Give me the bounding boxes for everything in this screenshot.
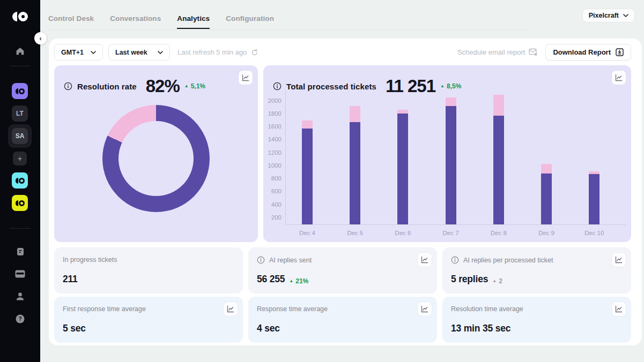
bar-dec-10[interactable]	[589, 171, 599, 224]
stat-label: Resolution time average	[451, 305, 523, 313]
view-chart-button[interactable]	[239, 71, 253, 85]
sidebar-collapse-button[interactable]: ‹	[34, 32, 47, 44]
chevron-down-icon	[91, 51, 96, 54]
bar-dec-4[interactable]	[302, 120, 313, 224]
line-chart-icon	[615, 305, 623, 313]
workspace-tile-purple[interactable]	[12, 83, 28, 99]
stat-label: First response time average	[63, 305, 146, 313]
x-tick-label: Dec 4	[288, 230, 326, 236]
bar-dec-8[interactable]	[493, 95, 504, 224]
info-icon[interactable]	[64, 82, 72, 90]
y-tick-label: 1400	[268, 136, 282, 142]
response-time-card: Response time average 4 sec	[248, 297, 437, 343]
nav-divider	[48, 29, 531, 30]
bar-segment-escalated[interactable]	[446, 97, 456, 106]
workspace-tile-cyan[interactable]	[12, 172, 28, 188]
line-chart-icon	[421, 256, 428, 263]
view-chart-button[interactable]	[418, 253, 432, 267]
plus-icon: +	[18, 154, 22, 163]
tab-analytics[interactable]: Analytics	[177, 14, 210, 29]
billing-card-icon[interactable]	[0, 270, 40, 278]
bar-segment-resolved[interactable]	[302, 129, 313, 224]
bar-segment-resolved[interactable]	[350, 122, 360, 224]
resolution-donut-chart[interactable]	[102, 105, 210, 212]
first-response-card: First response time average 5 sec	[54, 297, 243, 343]
ai-replies-card: AI replies sent 56 255 ▲21%	[248, 247, 437, 293]
bar-chart-y-axis: 200400600800100012001400160018002000	[263, 95, 283, 225]
download-report-button[interactable]: Download Report	[545, 44, 631, 61]
line-chart-icon	[242, 74, 249, 81]
chevron-down-icon	[623, 14, 628, 17]
app-logo-icon	[12, 12, 28, 21]
workspace-selector-button[interactable]: Pixelcraft	[582, 9, 635, 22]
bar-segment-resolved[interactable]	[493, 116, 504, 224]
main-panel: GMT+1 Last week Last refresh 5 min ago S…	[49, 39, 642, 345]
home-icon[interactable]	[0, 46, 40, 56]
bar-dec-9[interactable]	[541, 164, 552, 224]
bar-segment-escalated[interactable]	[493, 95, 504, 116]
account-person-icon[interactable]	[0, 292, 40, 301]
line-chart-icon	[227, 305, 234, 313]
bar-segment-escalated[interactable]	[350, 106, 360, 122]
replies-per-ticket-card: AI replies per processed ticket 5 replie…	[442, 247, 631, 293]
view-chart-button[interactable]	[612, 253, 626, 267]
download-report-icon	[616, 48, 624, 56]
schedule-email-report[interactable]: Schedule email report	[457, 48, 538, 56]
x-tick-label: Dec 5	[336, 230, 374, 236]
tab-configuration[interactable]: Configuration	[226, 14, 274, 29]
bar-chart-plot: Dec 4Dec 5Dec 6Dec 7Dec 8Dec 9Dec 10	[285, 90, 626, 225]
bar-segment-escalated[interactable]	[302, 120, 313, 129]
view-chart-button[interactable]	[612, 71, 626, 85]
info-icon[interactable]	[257, 256, 265, 264]
tab-control-desk[interactable]: Control Desk	[48, 14, 94, 29]
help-icon[interactable]: ?	[0, 314, 40, 323]
bar-segment-escalated[interactable]	[397, 110, 408, 114]
x-tick-label: Dec 6	[384, 230, 421, 236]
tab-conversations[interactable]: Conversations	[110, 14, 161, 29]
bar-segment-resolved[interactable]	[397, 114, 408, 224]
line-chart-icon	[615, 256, 623, 263]
view-chart-button[interactable]	[418, 302, 432, 316]
bar-dec-5[interactable]	[350, 106, 360, 224]
stat-value: 56 255	[257, 274, 285, 285]
stat-value: 5 replies	[451, 274, 488, 285]
bar-segment-resolved[interactable]	[589, 174, 599, 224]
y-tick-label: 2000	[268, 97, 282, 104]
stat-label: In progress tickets	[63, 256, 117, 263]
download-report-label: Download Report	[553, 48, 611, 56]
bar-segment-resolved[interactable]	[446, 106, 456, 224]
timezone-select[interactable]: GMT+1	[54, 44, 103, 61]
bar-segment-escalated[interactable]	[541, 164, 552, 174]
y-tick-label: 800	[271, 175, 282, 182]
bar-segment-resolved[interactable]	[541, 174, 552, 224]
top-nav-tabs: Control DeskConversationsAnalyticsConfig…	[48, 14, 274, 29]
workspace-name: Pixelcraft	[589, 12, 619, 19]
refresh-icon[interactable]	[251, 49, 258, 56]
sidebar: LT SA + ?	[0, 0, 40, 362]
bar-dec-6[interactable]	[397, 110, 408, 224]
resolution-time-card: Resolution time average 13 min 35 sec	[442, 297, 631, 343]
workspace-tile-lt[interactable]: LT	[12, 105, 28, 122]
x-tick-label: Dec 8	[480, 230, 517, 236]
view-chart-button[interactable]	[224, 302, 238, 316]
workspace-tile-yellow[interactable]	[12, 195, 28, 211]
date-range-value: Last week	[115, 49, 147, 56]
line-chart-icon	[615, 74, 623, 81]
notes-icon[interactable]	[0, 247, 40, 257]
in-progress-card: In progress tickets 211	[54, 247, 243, 293]
total-processed-title: Total processed tickets	[286, 82, 376, 91]
analytics-dashboard: LT SA + ? ‹ Control DeskConversationsAna…	[0, 0, 644, 362]
add-workspace-button[interactable]: +	[13, 152, 27, 165]
y-tick-label: 600	[271, 188, 282, 194]
workspace-tile-sa-selected[interactable]: SA	[8, 124, 32, 148]
bar-dec-7[interactable]	[446, 97, 456, 224]
date-range-select[interactable]: Last week	[108, 44, 170, 61]
info-icon[interactable]	[451, 256, 459, 264]
view-chart-button[interactable]	[612, 302, 626, 316]
workspace-tile-label: SA	[16, 132, 25, 140]
line-chart-icon	[421, 305, 428, 313]
stat-label: AI replies per processed ticket	[463, 257, 553, 264]
info-icon[interactable]	[273, 82, 282, 90]
y-tick-label: 1200	[268, 149, 282, 156]
last-refresh-text: Last refresh 5 min ago	[177, 48, 247, 56]
